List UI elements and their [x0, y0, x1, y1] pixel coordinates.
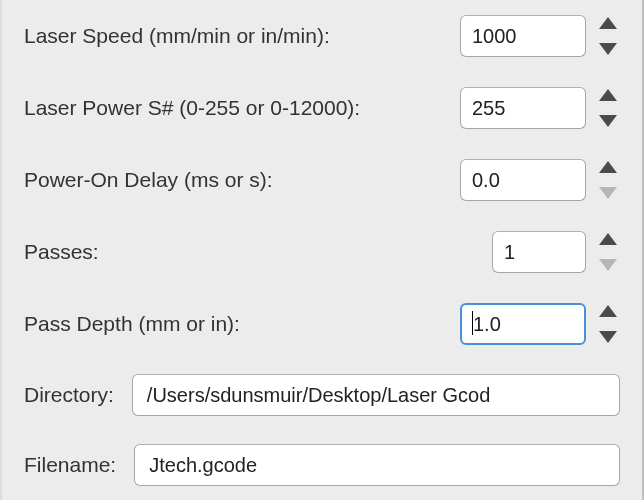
label-passes: Passes: [24, 240, 99, 264]
spin-up-icon[interactable] [599, 89, 617, 101]
input-directory-value: /Users/sdunsmuir/Desktop/Laser Gcod [147, 384, 490, 407]
text-caret [472, 311, 473, 335]
spin-down-icon[interactable] [599, 43, 617, 55]
input-filename[interactable]: Jtech.gcode [134, 444, 620, 486]
label-pass-depth: Pass Depth (mm or in): [24, 312, 240, 336]
spinner-laser-power [460, 87, 620, 129]
spin-down-icon [599, 187, 617, 199]
row-directory: Directory: /Users/sdunsmuir/Desktop/Lase… [24, 360, 620, 430]
label-directory: Directory: [24, 383, 114, 407]
label-laser-speed: Laser Speed (mm/min or in/min): [24, 24, 330, 48]
row-filename: Filename: Jtech.gcode [24, 430, 620, 500]
input-directory[interactable]: /Users/sdunsmuir/Desktop/Laser Gcod [132, 374, 620, 416]
row-passes: Passes: [24, 216, 620, 288]
input-filename-value: Jtech.gcode [149, 454, 257, 477]
row-power-on-delay: Power-On Delay (ms or s): [24, 144, 620, 216]
input-laser-power[interactable] [460, 87, 586, 129]
label-laser-power: Laser Power S# (0-255 or 0-12000): [24, 96, 360, 120]
input-pass-depth-value: 1.0 [473, 313, 501, 336]
row-laser-speed: Laser Speed (mm/min or in/min): [24, 0, 620, 72]
input-pass-depth[interactable]: 1.0 [460, 303, 586, 345]
input-passes[interactable] [492, 231, 586, 273]
label-power-on-delay: Power-On Delay (ms or s): [24, 168, 273, 192]
spin-up-icon[interactable] [599, 305, 617, 317]
row-pass-depth: Pass Depth (mm or in): 1.0 [24, 288, 620, 360]
spinner-passes [492, 231, 620, 273]
spin-up-icon[interactable] [599, 233, 617, 245]
spinner-laser-speed [460, 15, 620, 57]
spin-down-icon[interactable] [599, 115, 617, 127]
spin-up-icon[interactable] [599, 17, 617, 29]
spin-up-icon[interactable] [599, 161, 617, 173]
spinner-pass-depth: 1.0 [460, 303, 620, 345]
input-power-on-delay[interactable] [460, 159, 586, 201]
input-laser-speed[interactable] [460, 15, 586, 57]
spinner-power-on-delay [460, 159, 620, 201]
spin-down-icon[interactable] [599, 331, 617, 343]
spin-down-icon [599, 259, 617, 271]
row-laser-power: Laser Power S# (0-255 or 0-12000): [24, 72, 620, 144]
label-filename: Filename: [24, 453, 116, 477]
laser-settings-panel: Laser Speed (mm/min or in/min): Laser Po… [0, 0, 644, 500]
